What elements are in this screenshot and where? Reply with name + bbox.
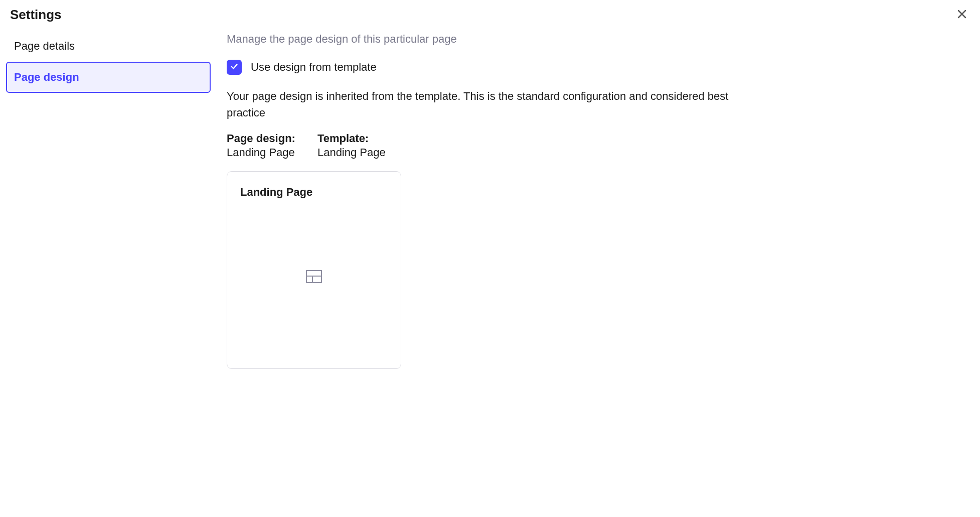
design-preview-title: Landing Page xyxy=(240,186,388,199)
check-icon xyxy=(230,62,239,73)
use-template-checkbox[interactable] xyxy=(227,60,242,75)
settings-sidebar: Page details Page design xyxy=(6,31,211,369)
page-title: Settings xyxy=(10,7,62,23)
template-info: Template: Landing Page xyxy=(317,132,386,159)
section-subtitle: Manage the page design of this particula… xyxy=(227,33,748,46)
close-button[interactable] xyxy=(954,6,970,24)
layout-icon xyxy=(240,199,388,354)
sidebar-item-page-design[interactable]: Page design xyxy=(6,62,211,93)
page-design-value: Landing Page xyxy=(227,146,295,159)
settings-content: Manage the page design of this particula… xyxy=(227,31,748,369)
close-icon xyxy=(956,8,968,22)
design-preview-card[interactable]: Landing Page xyxy=(227,171,401,369)
page-design-info: Page design: Landing Page xyxy=(227,132,295,159)
page-design-label: Page design: xyxy=(227,132,295,145)
sidebar-item-page-details[interactable]: Page details xyxy=(6,31,211,62)
use-template-checkbox-label: Use design from template xyxy=(251,61,377,74)
template-label: Template: xyxy=(317,132,386,145)
template-value: Landing Page xyxy=(317,146,386,159)
template-description-text: Your page design is inherited from the t… xyxy=(227,88,748,121)
